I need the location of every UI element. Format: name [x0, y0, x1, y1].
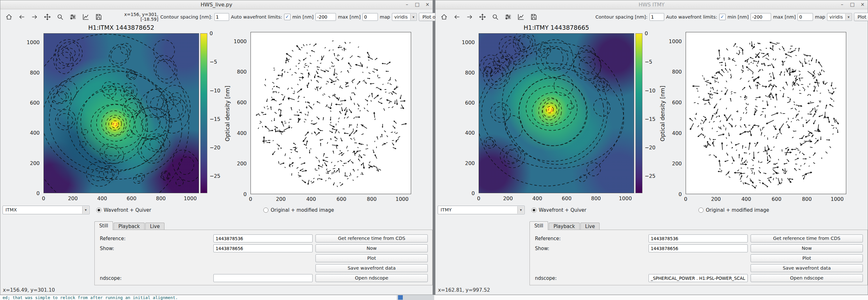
minimize-button[interactable]: –: [839, 0, 845, 9]
radio-wavefront-quiver[interactable]: Wavefront + Quiver: [531, 207, 586, 213]
titlebar[interactable]: HWS ITMY – □ ×: [435, 0, 868, 9]
quiver-plot[interactable]: [686, 32, 846, 194]
reference-label: Reference:: [535, 234, 561, 243]
chevron-down-icon: ▾: [517, 206, 524, 214]
window-title: HWS_live.py: [200, 2, 232, 8]
plot-options-button[interactable]: Plot options: [854, 13, 868, 21]
max-label: max [nm]: [773, 14, 796, 20]
optic-select-value: ITMX: [5, 207, 17, 212]
home-icon[interactable]: [439, 12, 450, 22]
save-icon[interactable]: [93, 12, 104, 22]
show-input[interactable]: [649, 244, 748, 252]
pan-icon[interactable]: [42, 12, 53, 22]
zoom-icon[interactable]: [55, 12, 66, 22]
colormap-select[interactable]: viridis ▾: [827, 13, 852, 21]
get-reference-button[interactable]: Get reference time from CDS: [315, 234, 428, 242]
home-icon[interactable]: [3, 12, 14, 22]
customize-plot-icon[interactable]: [80, 12, 91, 22]
cursor-readout-line1: x=156, y=301,: [124, 12, 158, 17]
contour-x-axis: 02004006008001000: [478, 195, 634, 201]
now-button[interactable]: Now: [315, 244, 428, 252]
plot-button[interactable]: Plot: [751, 254, 863, 262]
optic-select[interactable]: ITMY ▾: [438, 206, 525, 214]
max-label: max [nm]: [338, 14, 361, 20]
reference-input[interactable]: [649, 234, 748, 242]
reference-label: Reference:: [100, 234, 126, 243]
contour-spacing-label: Contour spacing [nm]:: [160, 14, 212, 20]
mode-tabs: Still Playback Live: [529, 221, 600, 230]
map-label: map: [815, 14, 825, 20]
tab-playback[interactable]: Playback: [114, 223, 145, 230]
desktop: HWS_live.py – □ × x=156, y=301, [-18.59]…: [0, 0, 868, 300]
tab-still[interactable]: Still: [94, 221, 113, 230]
auto-limits-label: Auto wavefront limits:: [666, 14, 717, 20]
open-ndscope-button[interactable]: Open ndscope: [751, 274, 863, 282]
subplots-icon[interactable]: [503, 12, 514, 22]
chevron-down-icon: ▾: [845, 14, 851, 20]
tab-still[interactable]: Still: [529, 221, 548, 230]
reference-input[interactable]: [213, 234, 313, 242]
colorbar-label: Optical density [nm]: [224, 66, 231, 162]
pan-icon[interactable]: [477, 12, 488, 22]
radio-dot: [96, 207, 101, 213]
max-input[interactable]: [363, 13, 378, 21]
background-scrollbar-fragment[interactable]: [397, 295, 434, 300]
ndscope-input[interactable]: [213, 274, 313, 282]
close-button[interactable]: ×: [425, 0, 430, 9]
customize-plot-icon[interactable]: [516, 12, 526, 22]
window-hws-itmy: HWS ITMY – □ × Contour spacing [nm]: Aut…: [435, 0, 868, 295]
status-readout: x=156.49, y=301.10: [3, 287, 55, 293]
save-wavefront-button[interactable]: Save wavefront data: [751, 264, 863, 272]
radio-label: Original + modified image: [271, 207, 334, 213]
plot-row: Plot: [530, 254, 867, 263]
tab-playback[interactable]: Playback: [549, 223, 580, 230]
back-icon[interactable]: [16, 12, 27, 22]
scrollbar-thumb[interactable]: [398, 295, 403, 300]
back-icon[interactable]: [452, 12, 462, 22]
contour-spacing-input[interactable]: [214, 13, 229, 21]
optic-select[interactable]: ITMX ▾: [3, 206, 90, 214]
save-wavefront-button[interactable]: Save wavefront data: [315, 264, 428, 272]
subplots-icon[interactable]: [67, 12, 79, 22]
reference-row: Reference: Get reference time from CDS: [530, 234, 867, 243]
save-row: Save wavefront data: [95, 264, 432, 272]
plot-button[interactable]: Plot: [315, 254, 428, 262]
min-input[interactable]: [315, 13, 336, 21]
zoom-icon[interactable]: [490, 12, 501, 22]
show-input[interactable]: [213, 244, 313, 252]
max-input[interactable]: [798, 13, 813, 21]
contour-x-axis: 02004006008001000: [43, 195, 199, 201]
wavefront-contour-plot[interactable]: [478, 33, 634, 193]
minimize-button[interactable]: –: [404, 0, 409, 9]
auto-limits-checkbox[interactable]: ✓: [719, 14, 725, 20]
quiver-plot[interactable]: [250, 32, 411, 194]
radio-dot: [531, 207, 536, 213]
maximize-button[interactable]: □: [415, 0, 420, 9]
colormap-select[interactable]: viridis ▾: [392, 13, 417, 21]
still-panel: Reference: Get reference time from CDS S…: [529, 230, 868, 285]
radio-original-modified[interactable]: Original + modified image: [699, 207, 769, 213]
contour-spacing-input[interactable]: [649, 13, 664, 21]
open-ndscope-button[interactable]: Open ndscope: [315, 274, 428, 282]
radio-wavefront-quiver[interactable]: Wavefront + Quiver: [96, 207, 151, 213]
quiver-arrows: [686, 32, 846, 194]
close-button[interactable]: ×: [860, 0, 865, 9]
ndscope-input[interactable]: [649, 274, 748, 282]
now-button[interactable]: Now: [751, 244, 863, 252]
tab-live[interactable]: Live: [580, 223, 600, 230]
auto-limits-checkbox[interactable]: ✓: [284, 14, 290, 20]
quiver-arrows: [251, 32, 411, 194]
still-panel: Reference: Get reference time from CDS S…: [94, 230, 433, 285]
forward-icon[interactable]: [464, 12, 475, 22]
forward-icon[interactable]: [29, 12, 40, 22]
colorbar-ticks: 0−5−10−15−20−25: [209, 33, 226, 193]
maximize-button[interactable]: □: [850, 0, 855, 9]
chevron-down-icon: ▾: [410, 14, 416, 20]
min-input[interactable]: [751, 13, 771, 21]
save-icon[interactable]: [528, 12, 539, 22]
titlebar[interactable]: HWS_live.py – □ ×: [0, 0, 433, 9]
radio-original-modified[interactable]: Original + modified image: [263, 207, 334, 213]
wavefront-contour-plot[interactable]: [43, 33, 199, 193]
tab-live[interactable]: Live: [145, 223, 165, 230]
get-reference-button[interactable]: Get reference time from CDS: [751, 234, 863, 242]
